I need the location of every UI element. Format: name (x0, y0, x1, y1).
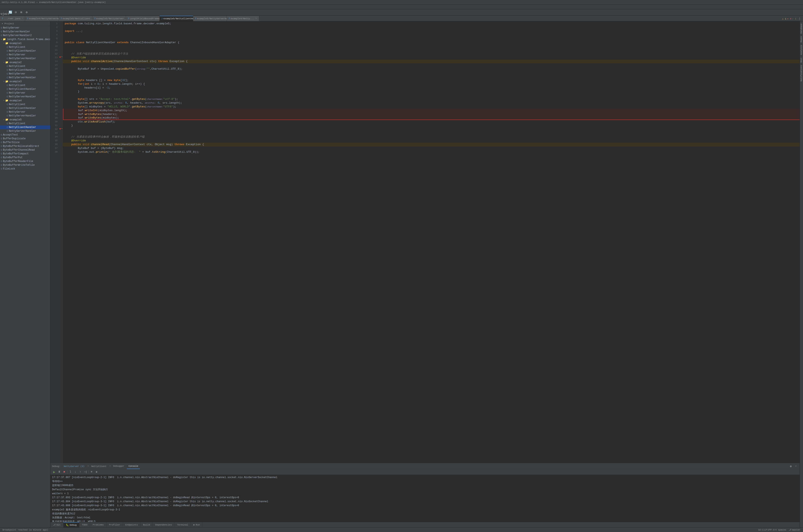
debug-stop-btn[interactable]: ■ (62, 470, 66, 474)
sidebar-tree-item-33[interactable]: CByteBufferCompact (0, 152, 50, 156)
sidebar-tree-item-12[interactable]: CNettyServer (0, 72, 50, 76)
sidebar-tree-item-11[interactable]: CNettyClientHandler (0, 68, 50, 72)
tab-close-7[interactable]: × (255, 17, 257, 20)
anno-override-35: @Override (65, 139, 86, 142)
debug-resume-btn[interactable]: ▶ (52, 470, 56, 474)
debug-stepinto-btn[interactable]: ↓ (73, 470, 77, 474)
sidebar-tree-item-37[interactable]: CFileLock (0, 167, 50, 171)
sidebar-tree-item-25[interactable]: CNettyClient (0, 122, 50, 126)
sidebar-tree-item-1[interactable]: CNettyServerHandler (0, 30, 50, 34)
collapse-btn[interactable]: ⊟ (13, 10, 18, 15)
debug-stepout-btn[interactable]: ↑ (78, 470, 83, 474)
tab-0[interactable]: J ...rver.java × (0, 16, 25, 21)
sidebar-tree-item-35[interactable]: CByteBufferReaderFile (0, 159, 50, 163)
right-tab-database[interactable]: Database (800, 22, 803, 35)
tab-close-0[interactable]: × (21, 17, 23, 20)
right-tab-analysis-sidebar[interactable]: Analysis (800, 44, 803, 56)
bottom-tab-build[interactable]: Build (141, 522, 153, 528)
debug-settings-btn[interactable]: ⚙ (789, 464, 793, 469)
bottom-tab-git[interactable]: ⎇ Git (50, 522, 63, 528)
i-inc: i++ (135, 82, 140, 86)
sidebar-tree-item-34[interactable]: CByteBufferPut (0, 156, 50, 159)
sidebar-tree-item-17[interactable]: CNettyServer (0, 91, 50, 95)
right-tab-restservices[interactable]: Rest (800, 56, 803, 64)
debug-session-server[interactable]: NettyServer (3) (62, 465, 86, 468)
sidebar-tree-item-0[interactable]: CNettyServer (0, 26, 50, 30)
tab-overflow-btn[interactable]: ⋮ (797, 16, 802, 21)
sidebar-tree-item-27[interactable]: CNettyServerHandler (0, 129, 50, 133)
kw-for: for (78, 82, 83, 86)
sidebar-tree-item-18[interactable]: CNettyServerHandler (0, 95, 50, 99)
bottom-tab-terminal[interactable]: Terminal (175, 522, 191, 528)
debug-session-client[interactable]: NettyClient (90, 465, 108, 468)
sidebar-tree-item-4[interactable]: ▾📁example1 (0, 41, 50, 45)
sidebar-tree-item-21[interactable]: CNettyClientHandler (0, 106, 50, 110)
sidebar-tree-item-19[interactable]: ▾📁example4 (0, 99, 50, 102)
code-content[interactable]: package com.tuling.nio.length.field.base… (63, 21, 800, 463)
sidebar-tree-item-15[interactable]: CNettyClient (0, 83, 50, 87)
right-panels: Database Maven Analysis Rest Notificatio… (800, 21, 803, 527)
debug-session-close-1[interactable]: × (88, 465, 89, 468)
sidebar-tree-item-10[interactable]: CNettyClient (0, 64, 50, 68)
code-editor[interactable]: 1 2 3 4 5 9 10 11 12 13 14 15 16 17 18 1… (50, 21, 800, 463)
bottom-tab-problems[interactable]: Problems (90, 522, 107, 528)
debug-close-btn[interactable]: − (794, 464, 798, 469)
sidebar-tree-item-23[interactable]: CNettyServerHandler (0, 114, 50, 118)
debug-mute-btn[interactable]: ⊗ (94, 470, 99, 474)
tab-6[interactable]: J example5/NettyServerHandler.java × (193, 16, 227, 21)
status-position[interactable]: 32:1 LF UTF-8 4 spaces (757, 529, 787, 531)
debug-tab-debugger[interactable]: Debugger (111, 463, 126, 469)
bottom-tab-debug[interactable]: 🐛 Debug (63, 522, 79, 528)
sidebar-tree-item-13[interactable]: CNettyServerHandler (0, 76, 50, 79)
sidebar-tree-item-7[interactable]: CNettyServer (0, 53, 50, 57)
debug-pause-btn[interactable]: ⏸ (57, 470, 61, 474)
bottom-tab-todo[interactable]: TODO (79, 522, 90, 528)
debug-session-close-2[interactable]: × (109, 465, 111, 468)
debug-tab-console[interactable]: Console (127, 463, 140, 469)
settings-btn[interactable]: ⚙ (24, 10, 29, 15)
tab-5[interactable]: J example5/NettyClientHandler.java × (160, 16, 193, 21)
sidebar-tree-item-20[interactable]: CNettyClient (0, 102, 50, 106)
sidebar-tree-item-36[interactable]: CByteBufferWriteToFile (0, 163, 50, 167)
tab-1[interactable]: J example4/NettyServerHandler.java × (25, 16, 59, 21)
tab-7[interactable]: J example4/Netty... × (227, 16, 259, 21)
debug-content[interactable]: 17:17:37.887 [nioEventLoopGroup-2-1] INF… (50, 475, 800, 522)
sidebar-tree: CNettyServerCNettyServerHandlerCNettySer… (0, 26, 50, 527)
sidebar-tree-item-30[interactable]: CBufferSlice (0, 140, 50, 144)
bottom-tab-run[interactable]: ▶ Run (191, 522, 202, 528)
sidebar-tree-item-2[interactable]: CNettyServerHandler2 (0, 34, 50, 37)
method-writebytes-midbytes: writeBytes (85, 116, 101, 120)
tab-2[interactable]: J example5/NettyClient.java × (59, 16, 92, 21)
kw-void-14: void (83, 60, 89, 63)
debug-stepover-btn[interactable]: ⤵ (68, 470, 72, 474)
project-dropdown[interactable]: ▾ Project (1, 10, 6, 15)
right-tab-notifications[interactable]: Notifications (800, 64, 803, 83)
sidebar-tree-item-31[interactable]: CByteBufferAllocateDirect (0, 144, 50, 148)
sidebar-tree-item-32[interactable]: CByteBufferChannelRead (0, 148, 50, 152)
bottom-tab-dependencies[interactable]: Dependencies (153, 522, 175, 528)
sidebar-tree-item-14[interactable]: ▾📁example3 (0, 79, 50, 83)
class-icon-5: C (7, 46, 8, 49)
bottom-tab-profiler[interactable]: Profiler (107, 522, 123, 528)
bottom-tab-endpoints[interactable]: Endpoints (123, 522, 141, 528)
debug-runtocursor-btn[interactable]: →| (84, 470, 88, 474)
right-tab-maven[interactable]: Maven (800, 35, 803, 44)
sidebar-tree-item-24[interactable]: ▾📁example5 (0, 118, 50, 122)
expand-btn[interactable]: ⊞ (19, 10, 24, 15)
status-git-branch[interactable]: ⎇ master (788, 528, 801, 531)
sidebar-tree-item-9[interactable]: ▾📁example2 (0, 60, 50, 64)
sidebar-tree-item-8[interactable]: CNettyServerHandler (0, 57, 50, 60)
class-label-26: NettyClientHandler (9, 126, 36, 129)
sync-btn[interactable]: 🔄 (8, 10, 13, 15)
sidebar-tree-item-5[interactable]: CNettyClient (0, 45, 50, 49)
tab-4[interactable]: J LengthFieldBasedFrameDecoder.java × (126, 16, 160, 21)
sidebar-tree-item-6[interactable]: CNettyClientHandler (0, 49, 50, 53)
tab-3[interactable]: J example5/NettyServer.java × (92, 16, 126, 21)
debug-eval-btn[interactable]: ≡ (89, 470, 94, 474)
sidebar-tree-item-28[interactable]: CAcceptTest (0, 133, 50, 137)
sidebar-tree-item-16[interactable]: CNettyClientHandler (0, 87, 50, 91)
sidebar-tree-item-3[interactable]: ▾📁length.field.based.frame.deco... (0, 37, 50, 41)
sidebar-tree-item-22[interactable]: CNettyServer (0, 110, 50, 114)
sidebar-tree-item-29[interactable]: CBufferDuplicate (0, 137, 50, 140)
sidebar-tree-item-26[interactable]: CNettyClientHandler (0, 126, 50, 129)
